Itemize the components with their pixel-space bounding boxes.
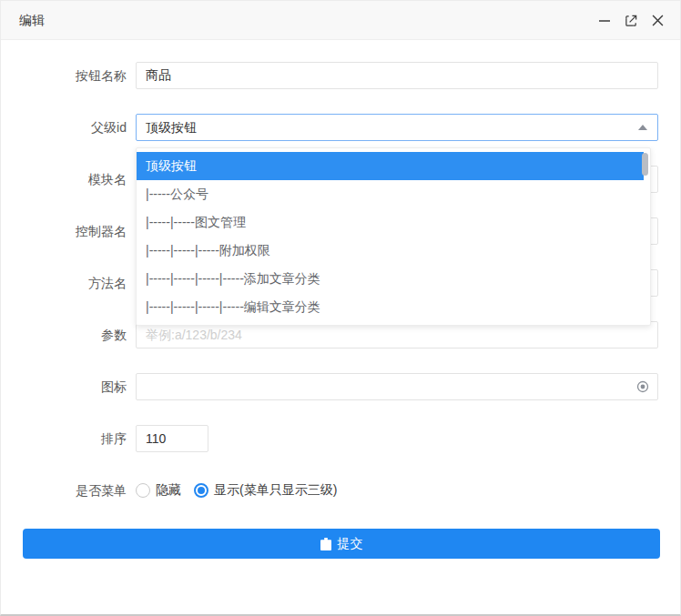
- sort-input[interactable]: [136, 425, 208, 452]
- parent-id-selected-value: 顶级按钮: [146, 115, 197, 140]
- icon-field-label: 图标: [1, 373, 127, 400]
- dialog-titlebar: 编辑: [1, 1, 680, 40]
- chevron-up-icon: [638, 125, 647, 130]
- dropdown-option[interactable]: |-----公众号: [137, 180, 644, 208]
- window-controls: [596, 1, 666, 39]
- dropdown-option[interactable]: |-----|-----图文管理: [137, 208, 644, 237]
- icon-input[interactable]: [136, 373, 658, 400]
- dropdown-option[interactable]: |-----|-----|-----|-----添加文章分类: [137, 265, 644, 293]
- method-name-label: 方法名: [1, 269, 127, 297]
- sort-label: 排序: [1, 425, 127, 452]
- icon-picker-target-icon[interactable]: [635, 379, 650, 394]
- radio-show[interactable]: [194, 483, 208, 498]
- dropdown-option[interactable]: |-----|-----|-----附加权限: [137, 237, 644, 265]
- parent-id-dropdown: 顶级按钮 |-----公众号 |-----|-----图文管理 |-----|-…: [136, 147, 651, 326]
- close-icon[interactable]: [649, 12, 666, 28]
- parent-id-label: 父级id: [1, 114, 127, 141]
- submit-button[interactable]: 提交: [23, 529, 660, 559]
- dropdown-scrollbar[interactable]: [642, 153, 648, 176]
- dropdown-option[interactable]: |-----|-----|-----|-----编辑文章分类: [137, 293, 644, 321]
- icon-field-wrap: [136, 373, 658, 400]
- minimize-icon[interactable]: [596, 12, 613, 28]
- button-name-input[interactable]: [136, 62, 658, 89]
- clipboard-icon: [320, 538, 331, 550]
- edit-dialog: 编辑 按钮名称 父级id 顶级按钮: [0, 0, 681, 616]
- radio-hide[interactable]: [136, 483, 150, 498]
- radio-show-label[interactable]: 显示(菜单只显示三级): [214, 482, 337, 499]
- params-label: 参数: [1, 321, 127, 348]
- dialog-title: 编辑: [19, 1, 45, 39]
- is-menu-radio-group: 隐藏 显示(菜单只显示三级): [136, 481, 350, 500]
- controller-name-label: 控制器名: [1, 217, 127, 245]
- button-name-label: 按钮名称: [1, 62, 127, 89]
- parent-id-select[interactable]: 顶级按钮: [136, 114, 658, 141]
- maximize-icon[interactable]: [623, 12, 639, 28]
- submit-label: 提交: [338, 536, 363, 552]
- radio-hide-label[interactable]: 隐藏: [156, 482, 181, 499]
- is-menu-label: 是否菜单: [1, 477, 127, 504]
- module-name-label: 模块名: [1, 166, 127, 193]
- dropdown-option[interactable]: 顶级按钮: [137, 152, 644, 180]
